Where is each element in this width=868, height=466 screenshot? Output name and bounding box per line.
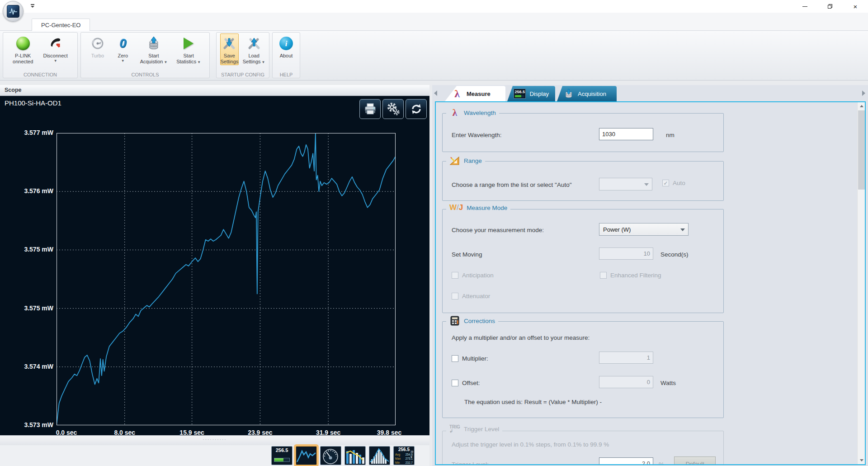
group-label-startup-config: STARTUP CONFIG bbox=[217, 72, 269, 77]
tab-acquisition[interactable]: Acquisition bbox=[557, 86, 617, 101]
chart-settings-button[interactable] bbox=[382, 99, 404, 119]
corrections-description: Apply a multiplier and/or an offset to y… bbox=[452, 334, 590, 341]
tab-pc-gentec-eo[interactable]: PC-Gentec-EO bbox=[32, 19, 90, 31]
checkbox-icon bbox=[452, 272, 458, 279]
settings-panel: λ Measure 256.5 Display Acquisition bbox=[432, 85, 868, 466]
settings-scrollbar[interactable] bbox=[857, 102, 865, 464]
tab-measure[interactable]: λ Measure bbox=[445, 86, 505, 101]
histogram-mini-icon bbox=[369, 447, 390, 465]
checkbox-icon bbox=[600, 272, 607, 279]
checkbox-icon bbox=[452, 293, 458, 300]
printer-icon bbox=[363, 103, 377, 115]
disconnect-button[interactable]: Disconnect ▼ bbox=[42, 33, 68, 63]
chevron-down-icon bbox=[680, 228, 685, 231]
range-title: Range bbox=[464, 157, 482, 164]
tab-scroll-right-icon[interactable] bbox=[862, 90, 865, 96]
progress-bar-icon bbox=[274, 458, 290, 462]
measurement-mode-label: Choose your measurement mode: bbox=[452, 227, 544, 233]
wavelength-unit: nm bbox=[666, 132, 675, 138]
green-status-orb-icon bbox=[15, 35, 31, 52]
svg-text:λ: λ bbox=[454, 88, 460, 100]
load-settings-button[interactable]: Load Settings▼ bbox=[242, 33, 266, 66]
tab-scroll-left-icon[interactable] bbox=[434, 90, 437, 96]
phone-disconnect-icon bbox=[47, 35, 64, 52]
scroll-up-icon[interactable] bbox=[858, 102, 865, 110]
dropdown-arrow-icon: ▼ bbox=[54, 59, 57, 63]
refresh-chart-button[interactable] bbox=[406, 99, 427, 119]
thumbnail-gauge[interactable] bbox=[320, 446, 341, 465]
y-tick-label: 3.576 mW bbox=[8, 187, 53, 195]
ribbon-group-connection: P-LINK onnected Disconnect ▼ CONNECTION bbox=[3, 32, 78, 78]
info-icon: i bbox=[278, 35, 294, 52]
thumbnail-digital-display[interactable]: 256.5 bbox=[271, 446, 292, 465]
database-download-icon bbox=[146, 35, 162, 52]
zero-button[interactable]: 0 Zero ▼ bbox=[114, 33, 132, 63]
app-menu-button[interactable] bbox=[3, 1, 24, 22]
gauge-mini-icon bbox=[321, 447, 341, 465]
scope-plot bbox=[57, 133, 396, 425]
trigger-default-button[interactable]: Default bbox=[674, 456, 716, 465]
scope-panel-title: Scope bbox=[0, 85, 429, 96]
checkbox-icon bbox=[452, 355, 458, 362]
anticipation-checkbox[interactable]: Anticipation bbox=[452, 272, 494, 279]
wavelength-input[interactable] bbox=[599, 128, 653, 140]
enhanced-filtering-checkbox[interactable]: Enhanced Filtering bbox=[600, 272, 661, 279]
scrollbar-thumb[interactable] bbox=[858, 110, 865, 190]
ribbon-group-startup-config: Save Settings Load Settings▼ STARTUP CON… bbox=[216, 32, 269, 78]
range-select[interactable] bbox=[599, 178, 652, 190]
multiplier-input[interactable] bbox=[599, 352, 653, 364]
scroll-down-icon[interactable] bbox=[858, 456, 865, 464]
multiplier-checkbox[interactable]: Multiplier: bbox=[452, 355, 488, 362]
trigger-icon: TRIG↲ bbox=[449, 425, 460, 433]
range-auto-checkbox[interactable]: ✓ Auto bbox=[662, 180, 685, 186]
save-settings-button[interactable]: Save Settings bbox=[220, 33, 239, 65]
chevron-down-icon bbox=[644, 183, 649, 186]
about-button[interactable]: i About bbox=[278, 33, 295, 59]
offset-checkbox[interactable]: Offset: bbox=[452, 380, 480, 386]
print-chart-button[interactable] bbox=[359, 99, 381, 119]
turbo-button[interactable]: Turbo bbox=[89, 33, 106, 59]
thumbnail-strip-expander[interactable]: » ▼ bbox=[405, 448, 418, 459]
thumbnail-bar-trend[interactable] bbox=[344, 446, 366, 465]
attenuator-checkbox[interactable]: Attenuator bbox=[452, 293, 490, 300]
quick-access-toolbar-arrow[interactable] bbox=[30, 4, 35, 9]
horizontal-splitter[interactable]: ·········· bbox=[0, 435, 429, 445]
minimize-button[interactable] bbox=[792, 0, 817, 13]
checkbox-checked-icon: ✓ bbox=[662, 180, 669, 186]
measure-mode-title: Measure Mode bbox=[467, 204, 507, 211]
y-tick-label: 3.574 mW bbox=[8, 363, 53, 370]
lightbulb-icon bbox=[453, 398, 458, 405]
plink-connected-button[interactable]: P-LINK onnected bbox=[12, 33, 33, 65]
y-tick-label: 3.575 mW bbox=[8, 304, 53, 312]
start-statistics-button[interactable]: Start Statistics▼ bbox=[176, 33, 201, 66]
trigger-level-label: Trigger Level: bbox=[452, 461, 489, 465]
wavelength-title: Wavelength bbox=[464, 109, 496, 116]
moving-average-unit: Second(s) bbox=[660, 251, 689, 258]
trigger-level-input[interactable] bbox=[599, 457, 653, 465]
ribbon: P-LINK onnected Disconnect ▼ CONNECTION bbox=[0, 31, 868, 81]
turbo-gauge-icon bbox=[90, 35, 106, 52]
tools-load-icon bbox=[246, 35, 262, 52]
splitter-grip-icon: ·········· bbox=[0, 437, 429, 442]
expand-down-icon: ▼ bbox=[405, 455, 418, 459]
lambda-icon: λ bbox=[449, 107, 460, 118]
equation-text: The equation used is: Result = (Value * … bbox=[464, 399, 602, 405]
thumbnail-histogram[interactable] bbox=[369, 446, 390, 465]
tab-display[interactable]: 256.5 Display bbox=[507, 86, 555, 101]
group-label-help: HELP bbox=[273, 72, 300, 77]
close-button[interactable]: × bbox=[843, 0, 868, 13]
ribbon-tab-row: PC-Gentec-EO bbox=[0, 13, 868, 31]
zero-icon: 0 bbox=[115, 35, 131, 52]
moving-average-input[interactable] bbox=[599, 247, 653, 260]
start-acquisition-button[interactable]: Start Acquistion▼ bbox=[140, 33, 168, 66]
offset-input[interactable] bbox=[599, 376, 653, 388]
group-label-connection: CONNECTION bbox=[3, 72, 77, 77]
group-label-controls: CONTROLS bbox=[81, 72, 209, 77]
range-group: Range Choose a range from the list or se… bbox=[442, 161, 724, 201]
app-logo-icon bbox=[7, 5, 19, 18]
measurement-mode-select[interactable]: Power (W) bbox=[599, 223, 689, 236]
restore-button[interactable] bbox=[817, 0, 843, 13]
thumbnail-scope-selected[interactable] bbox=[296, 446, 317, 465]
trigger-description: Adjust the trigger level in 0.1% steps, … bbox=[452, 441, 609, 448]
ribbon-group-controls: Turbo 0 Zero ▼ Start Acquis bbox=[80, 32, 210, 78]
